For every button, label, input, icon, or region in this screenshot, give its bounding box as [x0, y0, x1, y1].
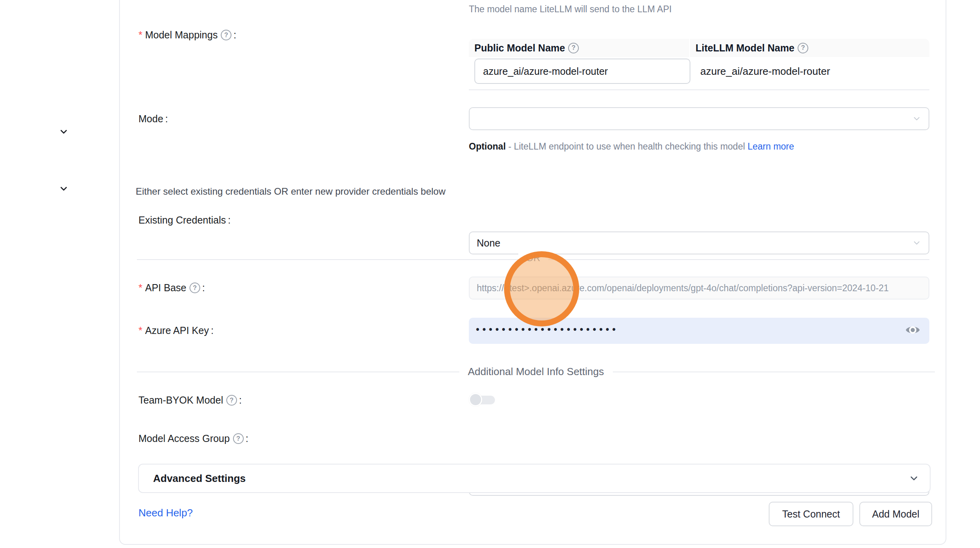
advanced-settings-panel[interactable]: Advanced Settings: [138, 464, 931, 493]
question-icon[interactable]: ?: [233, 433, 244, 444]
question-icon[interactable]: ?: [568, 43, 579, 53]
add-model-form-card: The model name LiteLLM will send to the …: [119, 0, 946, 545]
add-model-button[interactable]: Add Model: [859, 502, 932, 526]
model-name-helper-text: The model name LiteLLM will send to the …: [469, 4, 672, 15]
mode-select[interactable]: [469, 107, 929, 130]
question-icon[interactable]: ?: [190, 283, 200, 293]
column-header-public-model-name: Public Model Name ?: [469, 39, 689, 57]
required-asterisk: *: [138, 325, 142, 336]
chevron-down-icon[interactable]: [59, 184, 69, 194]
mode-helper-text: Optional - LiteLLM endpoint to use when …: [469, 138, 805, 154]
question-icon[interactable]: ?: [798, 43, 808, 53]
table-header: Public Model Name ? LiteLLM Model Name ?: [469, 39, 929, 57]
required-asterisk: *: [138, 282, 142, 294]
chevron-down-icon: [912, 114, 921, 123]
existing-credentials-select[interactable]: None: [469, 231, 929, 254]
masked-password-value: ••••••••••••••••••••••: [476, 324, 619, 335]
toggle-knob: [469, 393, 482, 406]
existing-credentials-label: Existing Credentials:: [138, 214, 231, 226]
azure-api-key-input[interactable]: ••••••••••••••••••••••: [469, 318, 929, 344]
eye-icon[interactable]: [905, 322, 921, 339]
api-base-label: * API Base ? :: [138, 282, 205, 294]
required-asterisk: *: [138, 29, 142, 41]
litellm-model-name-value: azure_ai/azure-model-router: [695, 59, 830, 84]
model-mappings-label: * Model Mappings ? :: [138, 29, 236, 41]
model-access-group-label: Model Access Group ? :: [138, 433, 248, 444]
column-header-litellm-model-name: LiteLLM Model Name ?: [690, 39, 929, 57]
api-base-input[interactable]: https://<test>.openai.azure.com/openai/d…: [469, 277, 929, 300]
or-divider: OR: [137, 252, 929, 264]
team-byok-toggle[interactable]: [469, 392, 495, 408]
need-help-link[interactable]: Need Help?: [138, 507, 193, 519]
sidebar: ations s TOOLS erence ental s: [0, 0, 119, 548]
mode-label: Mode:: [138, 113, 168, 125]
credentials-note: Either select existing credentials OR en…: [136, 186, 445, 197]
learn-more-link[interactable]: Learn more: [747, 141, 794, 152]
test-connect-button[interactable]: Test Connect: [769, 502, 853, 526]
model-mappings-table: Public Model Name ? LiteLLM Model Name ?…: [469, 39, 929, 90]
team-byok-label: Team-BYOK Model ? :: [138, 394, 242, 406]
azure-api-key-label: * Azure API Key :: [138, 325, 214, 336]
chevron-down-icon: [912, 238, 921, 248]
chevron-down-icon: [908, 473, 919, 484]
public-model-name-input[interactable]: azure_ai/azure-model-router: [474, 59, 690, 84]
additional-settings-divider: Additional Model Info Settings: [137, 366, 935, 378]
chevron-down-icon[interactable]: [59, 127, 69, 137]
question-icon[interactable]: ?: [221, 30, 231, 40]
question-icon[interactable]: ?: [226, 395, 237, 406]
